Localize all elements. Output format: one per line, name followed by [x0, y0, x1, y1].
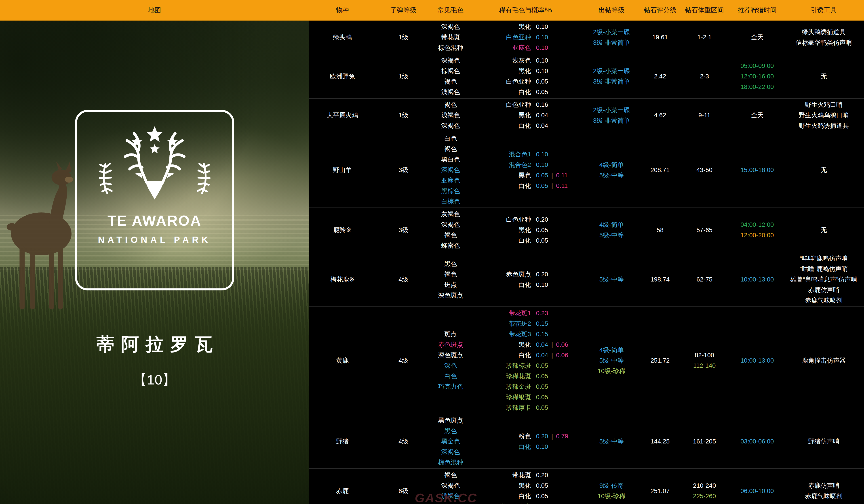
diamond-level-cell: 4级-简单5级-中等 — [581, 219, 642, 241]
map-photo-panel: TE AWAROA NATIONAL PARK 蒂阿拉罗瓦 【10】 — [0, 21, 309, 504]
diamond-level-cell: 4级-简单5级-中等10级-珍稀 — [581, 345, 642, 376]
rare-color-line: 亚麻色0.10 — [470, 42, 581, 53]
text-line: 4级-简单 — [599, 160, 624, 170]
diamond-score-cell: 251.72 — [642, 355, 678, 366]
hunt-time-cell: 10:00-13:00 — [731, 355, 783, 366]
lure-tools-cell: 无 — [783, 71, 864, 82]
rare-color-probability: 0.10 — [536, 22, 548, 32]
rare-color-probability: 0.05|0.11 — [536, 181, 568, 191]
text-line: 4级-简单 — [599, 219, 624, 230]
rare-color-name: 传说中的斑点 — [470, 501, 531, 504]
rare-color-line: 珍稀金斑0.05 — [470, 381, 581, 392]
rare-color-name: 混合色2 — [470, 160, 531, 170]
text-line: 161-205 — [693, 436, 716, 446]
rare-color-line: 白化0.05|0.11 — [470, 181, 581, 191]
text-line: 10级-珍稀 — [598, 366, 625, 376]
bullet-level-cell: 1级 — [376, 32, 431, 42]
text-line: 0.05 — [536, 491, 548, 501]
text-line: 112-140 — [693, 360, 716, 371]
text-line: 5级-中等 — [599, 355, 624, 366]
rare-color-probability: 0.04 — [536, 120, 548, 131]
lure-tools-cell: 野生火鸡口哨野生火鸡乌鸦口哨野生火鸡诱捕道具 — [783, 99, 864, 131]
text-line: 野生火鸡乌鸦口哨 — [799, 110, 849, 120]
common-colors-cell: 斑点赤色斑点深色斑点深色白色巧克力色 — [431, 329, 470, 392]
bullet-level-cell: 1级 — [376, 71, 431, 82]
bullet-level-cell: 4级 — [376, 274, 431, 285]
rare-color-probability: 0.05 — [536, 76, 548, 87]
diamond-weight-cell: 62-75 — [678, 274, 731, 285]
rare-color-line: 黑化0.05 — [470, 225, 581, 235]
text-line: 梅花鹿※ — [330, 274, 354, 285]
text-line: 0.05 — [536, 181, 548, 191]
rare-color-probability: 0.04|0.06 — [536, 350, 568, 360]
diamond-level-cell: 5级-中等 — [581, 274, 642, 285]
text-line: 15:00-18:00 — [741, 165, 774, 175]
diamond-score-cell: 251.07 — [642, 486, 678, 496]
rare-color-probability: 0.05 — [536, 392, 548, 402]
logo-park-name: TE AWAROA — [108, 212, 202, 229]
hunt-time-cell: 06:00-10:00 — [731, 486, 783, 496]
text-line: 灰褐色 — [441, 209, 460, 219]
text-line: 黑棕色 — [441, 186, 460, 196]
diamond-weight-cell: 57-65 — [678, 225, 731, 235]
rare-color-probability: 0.05|0.11 — [536, 170, 568, 181]
text-line: 5级-中等 — [599, 230, 624, 241]
rare-colors-cell: 白色亚种0.16黑化0.04白化0.04 — [470, 99, 581, 131]
rare-color-probability: 0.05 — [536, 402, 548, 413]
rare-color-line: 混合色10.10 — [470, 149, 581, 160]
text-line: 斑点 — [444, 280, 457, 290]
rare-colors-cell: 赤色斑点0.20白化0.10 — [470, 269, 581, 290]
text-line: 2级-小菜一碟 — [593, 105, 630, 115]
rare-color-line: 珍稀银斑0.05 — [470, 392, 581, 402]
diamond-level-cell: 2级-小菜一碟3级-非常简单 — [581, 27, 642, 48]
text-line: 10:00-13:00 — [741, 274, 774, 285]
text-line: 0.05 — [536, 170, 548, 181]
rare-color-line: 白色亚种0.10 — [470, 32, 581, 42]
text-line: 褐色 — [444, 99, 457, 110]
text-line: 0.10 — [536, 280, 548, 290]
text-line: 褐色 — [444, 470, 457, 480]
text-line: 棕色混种 — [438, 457, 463, 468]
diamond-score-cell: 198.74 — [642, 274, 678, 285]
text-line: 225-260 — [693, 491, 716, 501]
text-line: 4级-简单 — [599, 345, 624, 355]
rare-color-name: 白化 — [470, 280, 531, 290]
species-cell: 梅花鹿※ — [309, 274, 376, 285]
lure-tools-cell: 野猪仿声哨 — [783, 436, 864, 446]
text-line: 0.10 — [536, 42, 548, 53]
rare-color-probability: 0.10 — [536, 42, 548, 53]
text-line: 12:00-16:00 — [741, 71, 774, 82]
text-line: 04:00-12:00 — [741, 219, 774, 230]
text-line: 5级-中等 — [599, 436, 624, 446]
text-line: 12:00-20:00 — [741, 230, 774, 241]
table-row: 臆羚※3级灰褐色深褐色褐色蜂蜜色白色亚种0.20黑化0.05白化0.054级-简… — [309, 208, 864, 252]
text-line: 深褐色 — [441, 55, 460, 66]
bullet-level-cell: 3级 — [376, 225, 431, 235]
text-line: 巧克力色 — [438, 381, 463, 392]
rare-colors-cell: 带花斑0.20黑化0.05白化0.05传说中的斑点0.05 — [470, 470, 581, 504]
rare-colors-cell: 黑化0.10白色亚种0.10亚麻色0.10 — [470, 22, 581, 53]
text-line: 251.07 — [650, 486, 670, 496]
text-line: 57-65 — [696, 225, 712, 235]
rare-color-line: 黑化0.04 — [470, 110, 581, 120]
rare-color-probability: 0.10 — [536, 55, 548, 66]
text-line: 58 — [657, 225, 663, 235]
text-line: 0.11 — [556, 181, 568, 191]
rare-color-line: 白色亚种0.20 — [470, 214, 581, 225]
diamond-level-cell: 2级-小菜一碟3级-非常简单 — [581, 105, 642, 126]
text-line: 1级 — [398, 32, 408, 42]
text-line: 深褐色 — [441, 22, 460, 32]
text-line: 0.06 — [556, 339, 568, 350]
text-line: 褐色 — [444, 76, 457, 87]
text-line: 野生火鸡口哨 — [805, 99, 842, 110]
rare-color-line: 粉色0.20|0.79 — [470, 431, 581, 441]
text-line: 全天 — [751, 110, 764, 120]
text-line: 深色斑点 — [438, 350, 463, 360]
antlers-deer-stars-icon — [92, 121, 217, 210]
text-line: 1级 — [398, 110, 408, 120]
rare-color-name: 混合色1 — [470, 149, 531, 160]
rare-color-name: 白化 — [470, 235, 531, 246]
text-line: 0.10 — [536, 441, 548, 452]
rare-color-name: 白色亚种 — [470, 99, 531, 110]
rare-color-line: 赤色斑点0.20 — [470, 269, 581, 280]
